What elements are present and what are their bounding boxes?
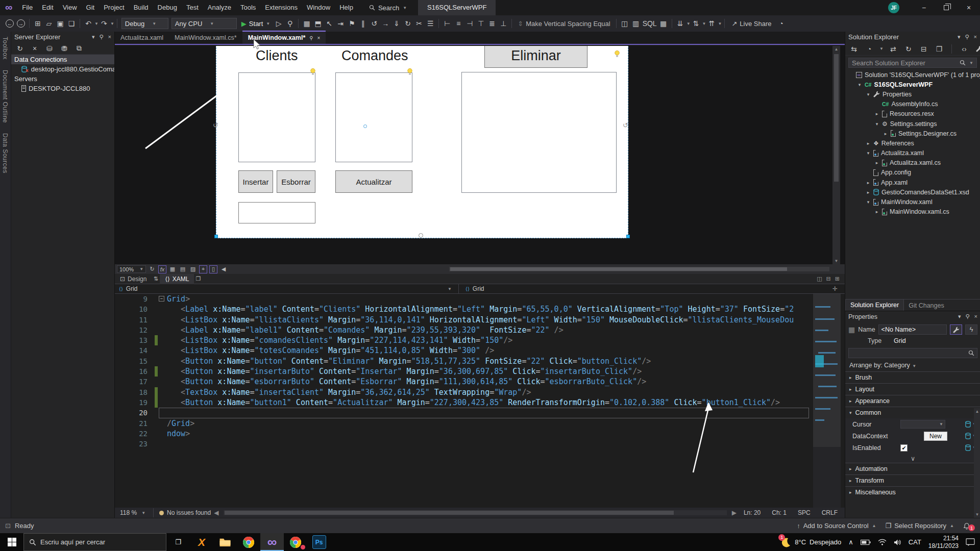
list-icon[interactable]: ☰ <box>425 17 436 30</box>
menu-analyze[interactable]: Analyze <box>203 0 236 15</box>
tab-design[interactable]: ⊡ Design <box>115 274 152 284</box>
cut-icon[interactable]: ✂ <box>413 17 425 30</box>
solution-tree-item[interactable]: ▸App.xaml <box>845 178 980 187</box>
new-button[interactable]: New <box>924 432 947 441</box>
window-split-icon[interactable]: ⬒ <box>312 17 324 30</box>
expander-icon[interactable]: ▸ <box>874 111 879 116</box>
fit-selection-icon[interactable]: ↻ <box>148 266 156 272</box>
expand-pane-icon[interactable]: ⊞ <box>835 276 840 282</box>
show-grid-icon[interactable]: ▦ <box>168 266 177 272</box>
pin-icon[interactable]: ⚲ <box>965 34 969 40</box>
taskbar-app-chrome-profile[interactable] <box>284 533 307 551</box>
fold-collapse-icon[interactable]: − <box>159 296 164 302</box>
scroll-left-icon[interactable]: ◀ <box>219 266 228 272</box>
expander-icon[interactable]: ▾ <box>866 92 871 97</box>
scroll-thumb[interactable] <box>450 267 787 271</box>
align-right-icon[interactable]: ⊣ <box>464 17 475 30</box>
weather-widget[interactable]: 1 8°C Despejado <box>781 537 841 547</box>
solution-tree-item[interactable]: ▾C#S16SQLServerWPF <box>845 80 980 89</box>
taskbar-app-xbox[interactable]: X <box>190 533 213 551</box>
expander-icon[interactable]: ▸ <box>866 141 871 146</box>
align-middle-icon[interactable]: ≣ <box>486 17 498 30</box>
taskbar-app-photoshop[interactable]: Ps <box>307 533 331 551</box>
code-line[interactable]: 10<Label x:Name="label" Content="Clients… <box>115 304 845 314</box>
attach-to-process-icon[interactable]: ⚲ <box>284 17 296 30</box>
name-field[interactable]: <No Name> <box>878 324 947 335</box>
live-share-button[interactable]: ↗Live Share <box>731 20 771 28</box>
refresh-icon[interactable]: ↻ <box>903 43 914 55</box>
restore-button[interactable] <box>935 0 958 15</box>
menu-build[interactable]: Build <box>129 0 153 15</box>
expander-icon[interactable]: ▾ <box>857 82 862 87</box>
expander-icon[interactable]: ▸ <box>866 180 871 185</box>
breadcrumb-right[interactable]: ⟨⟩ Grid <box>461 285 488 292</box>
new-project-icon[interactable]: ⊞ <box>32 17 43 30</box>
side-tab-document-outline[interactable]: Document Outline <box>0 65 10 128</box>
format-indent-icon[interactable]: ⇥ <box>335 17 346 30</box>
designer-v-scrollbar[interactable]: ▲ ▼ <box>832 46 840 264</box>
menu-project[interactable]: Project <box>99 0 129 15</box>
make-vertical-spacing-equal-button[interactable]: ⇕Make Vertical Spacing Equal <box>518 20 610 28</box>
guide-1-icon[interactable]: ⇊ <box>675 17 686 30</box>
issues-label[interactable]: No issues found <box>167 509 211 516</box>
code-line[interactable]: 22ndow> <box>115 429 845 439</box>
property-dropdown[interactable]: ▼ <box>900 420 945 429</box>
code-line[interactable]: 16<Button x:Name="insertarButo" Content=… <box>115 366 845 377</box>
tab-xaml[interactable]: ⟨⟩ XAML <box>160 274 194 284</box>
solution-tree-item[interactable]: ▸MainWindow.xaml.cs <box>845 207 980 217</box>
pin-icon[interactable]: ⚲ <box>309 35 313 41</box>
hidden-icons-chevron[interactable]: ∧ <box>848 538 853 546</box>
section-layout[interactable]: ▸Layout <box>845 383 980 395</box>
start-button[interactable] <box>0 533 23 551</box>
effects-toggle-icon[interactable]: fx <box>158 265 166 273</box>
refresh-icon[interactable]: ↻ <box>402 17 413 30</box>
start-debug-button[interactable]: ▶Start▼ <box>241 20 270 28</box>
arrange-by-control[interactable]: Arrange by: Category ▼ <box>845 359 980 371</box>
scroll-up-icon[interactable]: ▲ <box>975 409 979 414</box>
server-tree-item[interactable]: Servers <box>11 74 114 84</box>
solution-tree-item[interactable]: ▸Resources.resx <box>845 109 980 119</box>
solution-tree-item[interactable]: ∞Solution 'S16SQLServerWPF' (1 of 1 proj… <box>845 70 980 80</box>
code-line[interactable]: 17<Button x:Name="esborrarButo" Content=… <box>115 377 845 387</box>
snap-grid-icon[interactable]: ▤ <box>179 266 187 272</box>
corner-resize-handle[interactable] <box>626 235 630 238</box>
align-center-icon[interactable]: ≡ <box>453 17 464 30</box>
editor-minimap-scrollbar[interactable] <box>813 294 841 508</box>
code-line[interactable]: 14<ListBox x:Name="totesComandes" Margin… <box>115 345 845 356</box>
doc-tab-actualitza-xaml[interactable]: Actualitza.xaml <box>115 32 169 44</box>
doc-tab-mainwindow-xaml-[interactable]: MainWindow.xaml*⚲× <box>242 31 326 44</box>
scroll-up-icon[interactable]: ▲ <box>832 47 840 52</box>
section-automation[interactable]: ▸Automation <box>845 463 980 474</box>
menu-window[interactable]: Window <box>302 0 335 15</box>
properties-search-box[interactable] <box>848 348 977 358</box>
sync-with-active-document-icon[interactable]: ⇆ <box>848 43 860 55</box>
connect-to-server-icon[interactable]: ⛃ <box>59 42 70 55</box>
battery-icon[interactable] <box>861 539 871 545</box>
scroll-left-icon[interactable]: ◀ <box>214 509 218 516</box>
swap-panes-icon[interactable]: ⇅ <box>152 276 160 282</box>
table-grid-icon[interactable]: ▦ <box>658 17 669 30</box>
code-line[interactable]: 11<ListBox x:Name="llistaClients" Margin… <box>115 315 845 325</box>
open-file-icon[interactable]: ▱ <box>43 17 55 30</box>
menu-file[interactable]: File <box>17 0 37 15</box>
expand-more-control[interactable]: ∨ <box>845 454 980 463</box>
align-bottom-icon[interactable]: ⊥ <box>498 17 509 30</box>
forward-icon[interactable]: → <box>15 17 27 30</box>
section-appearance[interactable]: ▸Appearance <box>845 395 980 407</box>
redo-icon[interactable]: ↷ <box>99 17 110 30</box>
designed-button-eliminar[interactable]: Eliminar <box>484 46 587 68</box>
align-left-icon[interactable]: ⊢ <box>442 17 453 30</box>
panel-tab-solution-explorer[interactable]: Solution Explorer <box>845 299 904 311</box>
split-view-icon[interactable]: ❐ <box>194 276 202 282</box>
chevron-down-icon[interactable]: ▼ <box>702 21 706 26</box>
designed-button-actualitzar[interactable]: Actualitzar <box>335 170 412 193</box>
menu-help[interactable]: Help <box>335 0 358 15</box>
lightbulb-icon[interactable] <box>614 50 620 58</box>
connect-to-database-icon[interactable]: ⛁ <box>44 42 55 55</box>
chevron-down-icon[interactable]: ▾ <box>92 34 95 40</box>
view-code-icon[interactable]: ‹› <box>959 43 970 55</box>
stop-icon[interactable]: × <box>29 42 40 55</box>
bookmark-icon[interactable]: ⚑ <box>346 17 357 30</box>
platform-select[interactable]: Any CPU▼ <box>172 18 237 29</box>
chevron-down-icon[interactable]: ▼ <box>718 21 722 26</box>
